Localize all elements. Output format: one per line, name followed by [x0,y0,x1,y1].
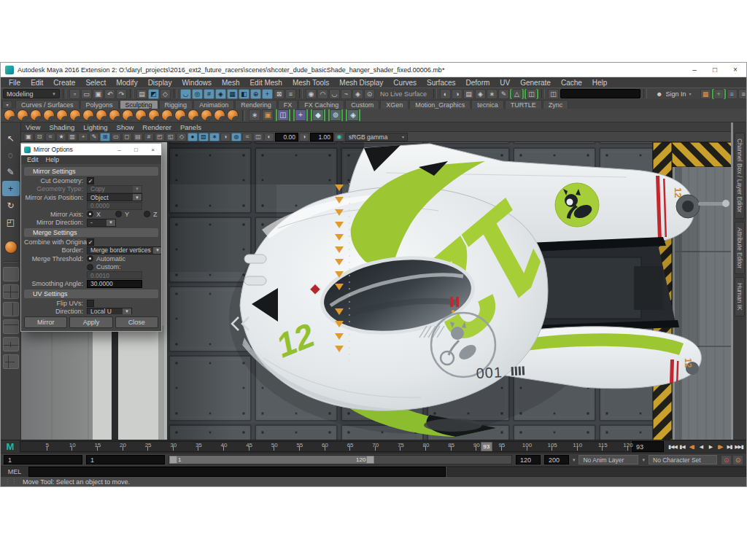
select-component-icon[interactable]: ◇ [160,89,171,99]
step-forward-frame-button[interactable]: ▶▮ [725,444,734,450]
render-current-frame-icon[interactable]: ◑ [452,89,462,99]
step-back-key-button[interactable]: ◀▮ [687,444,696,450]
snap-axis-icon[interactable]: + [262,89,273,99]
undo-icon[interactable]: ↶ [104,89,115,99]
render-layers-icon[interactable]: ◫ [526,89,537,99]
shelf-tab[interactable]: Animation [193,100,234,109]
minimize-button[interactable]: – [689,63,700,77]
animation-start-field[interactable]: 1 [4,455,82,464]
rotate-tool[interactable]: ↻ [2,198,20,213]
render-view-icon[interactable]: ◐ [440,89,451,99]
shelf-tab[interactable]: tecnica [471,100,504,109]
nurbs-icon[interactable]: ◈ [352,89,363,99]
shelf-menu-icon[interactable]: ▾ [2,101,12,109]
select-tool[interactable]: ↖ [2,131,20,146]
two-d-pan-zoom-icon[interactable]: + [78,133,88,141]
shelf-tab[interactable]: Custom [345,100,379,109]
paint-select-tool[interactable]: ✎ [2,164,20,179]
command-language-toggle[interactable]: MEL [1,467,28,477]
mirror-axis-radio[interactable] [144,211,150,217]
hypershade-icon[interactable]: ∗ [487,89,498,99]
snap-point-icon[interactable]: # [204,89,214,99]
shelf-tab[interactable]: TURTLE [505,100,542,109]
sculpt-tool-icon[interactable] [4,109,15,121]
grid-icon[interactable]: ⊞ [100,133,110,141]
dialog-action-button[interactable]: Apply [69,316,112,328]
amplify-tool-icon[interactable] [214,109,225,121]
field-chart-icon[interactable]: # [144,133,154,141]
mirror-direction-dropdown[interactable]: -▼ [87,219,116,227]
freeze-tool-icon[interactable] [227,109,239,121]
lasso-select-tool[interactable]: ◌ [2,147,20,163]
snap-curve-icon[interactable]: ◎ [192,89,203,99]
menu-item[interactable]: Select [80,79,111,87]
cut-geometry-checkbox[interactable]: ✓ [87,177,94,184]
textured-icon[interactable]: ▨ [198,133,209,141]
dialog-maximize-button[interactable]: □ [131,147,142,153]
last-used-tool-icon[interactable] [4,241,18,254]
menu-item[interactable]: Help [587,79,613,87]
repeat-tool-icon[interactable] [109,109,120,121]
bulge-tool-icon[interactable] [201,109,212,121]
section-header-merge-settings[interactable]: Merge Settings [24,228,158,237]
shaded-icon[interactable]: ● [187,133,198,141]
camera-attributes-icon[interactable]: ≈ [45,133,55,141]
dialog-action-button[interactable]: Close [115,316,158,328]
panel-menu-item[interactable]: View [26,123,46,131]
save-scene-icon[interactable]: ▣ [93,89,104,99]
separator[interactable] [174,89,177,98]
separator[interactable] [299,89,303,98]
wax-tool-icon[interactable] [135,109,147,121]
scale-tool[interactable]: ◰ [2,214,20,230]
lock-selection-icon[interactable]: ⊠ [274,89,285,99]
separator[interactable] [643,89,647,98]
persp-graph-layout[interactable] [3,337,19,351]
dialog-minimize-button[interactable]: – [114,147,125,153]
character-set-dropdown[interactable]: No Character Set [649,455,717,464]
fill-tool-icon[interactable] [161,109,173,121]
dialog-action-button[interactable]: Mirror [24,316,67,328]
motion-blur-icon[interactable]: ≈ [242,133,252,141]
imprint-tool-icon[interactable] [122,109,133,121]
persp-outliner-layout[interactable] [3,302,19,316]
sidebar-tab[interactable]: Channel Box / Layer Editor [735,133,745,219]
hypershade-persp-layout[interactable] [3,354,19,369]
freeze-select-icon[interactable]: ∗ [249,109,260,121]
time-slider-track[interactable]: 5101520253035404550556065707580859095100… [20,441,630,452]
dialog-close-button[interactable]: × [147,147,158,153]
lock-camera-icon[interactable]: ⊡ [34,133,44,141]
surface-mode-icon[interactable]: ~ [341,89,352,99]
play-backwards-button[interactable]: ◀ [697,444,705,450]
section-header-uv-settings[interactable]: UV Settings [24,289,158,298]
grab-tool-icon[interactable] [43,109,55,121]
geometry-type-dropdown[interactable]: Copy▼ [87,185,142,193]
shelf-tab[interactable]: FX Caching [298,100,344,109]
threshold-custom-radio[interactable] [87,264,93,271]
sidebar-tab[interactable]: Attribute Editor [735,222,745,274]
film-gate-icon[interactable]: ▭ [111,133,121,141]
menu-item[interactable]: Modify [111,79,142,87]
panel-menu-item[interactable]: Show [117,123,140,131]
xray-icon[interactable]: ◫ [253,133,263,141]
current-frame-field[interactable]: 93 [632,441,664,452]
color-management-icon[interactable]: ◉ [334,133,344,141]
menu-item[interactable]: Edit [26,79,48,87]
stamp-icon[interactable]: ◈ [347,109,359,121]
move-tool[interactable]: + [2,181,20,196]
ipr-render-icon[interactable]: ▤ [463,89,474,99]
panel-menu-item[interactable]: Shading [49,123,80,131]
grease-pencil-icon[interactable]: ✎ [89,133,99,141]
foamy-tool-icon[interactable] [82,109,94,121]
go-to-end-button[interactable]: ▶▶▮ [735,444,743,450]
snap-grid-icon[interactable]: ◡ [180,89,191,99]
exposure-icon[interactable]: ◐ [264,133,274,141]
menu-item[interactable]: Generate [515,79,556,87]
rename-input[interactable] [560,89,640,98]
four-pane-layout[interactable] [3,284,19,299]
menu-item[interactable]: Mesh Display [334,79,388,87]
live-surface-icon[interactable]: ⊙ [364,89,375,99]
shadows-icon[interactable]: ◑ [220,133,231,141]
smear-tool-icon[interactable] [187,109,199,121]
playback-end-field[interactable]: 120 [516,455,541,464]
animation-end-field[interactable]: 200 [544,455,569,464]
